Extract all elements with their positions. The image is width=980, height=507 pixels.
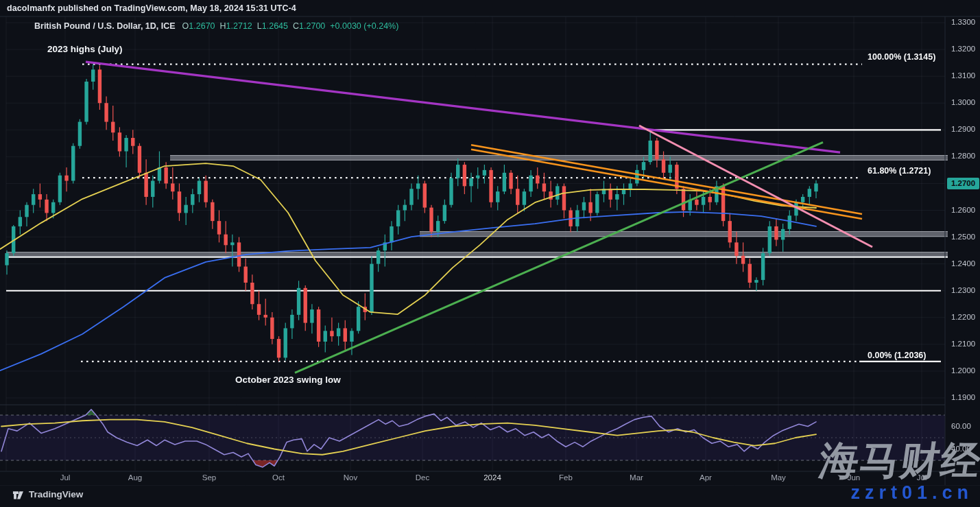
price-chart-canvas[interactable] <box>0 0 980 507</box>
time-tick: Dec <box>416 473 429 482</box>
price-axis[interactable] <box>945 16 980 471</box>
watermark-url: zzrt01.cn <box>850 482 973 504</box>
price-tick: 1.3300 <box>951 18 975 26</box>
time-tick: Nov <box>344 473 357 482</box>
price-tick: 1.2800 <box>951 152 975 160</box>
last-price-badge: 1.2700 <box>947 178 979 189</box>
rsi-tick: 60.00 <box>951 422 971 430</box>
price-tick: 1.2100 <box>951 340 975 348</box>
price-tick: 1.2000 <box>951 366 975 375</box>
fib-label-0[interactable]: 0.00% (1.2036) <box>868 351 926 360</box>
time-tick: Aug <box>128 473 142 482</box>
tradingview-logo[interactable]: TradingView <box>12 488 83 500</box>
ohlc-field: O1.2670 <box>182 21 215 31</box>
tradingview-published-chart: dacolmanfx published on TradingView.com,… <box>0 0 980 507</box>
time-tick: Feb <box>559 473 573 482</box>
time-tick: Apr <box>700 473 712 482</box>
price-tick: 1.2900 <box>951 125 975 133</box>
ohlc-values: O1.2670H1.2712L1.2645C1.2700 <box>182 21 331 31</box>
annotation-2023-highs[interactable]: 2023 highs (July) <box>47 44 123 54</box>
annotation-october-swing-low[interactable]: October 2023 swing low <box>235 375 341 385</box>
ohlc-field: H1.2712 <box>220 21 252 31</box>
published-byline: dacolmanfx published on TradingView.com,… <box>7 3 296 13</box>
price-tick: 1.3100 <box>951 71 975 80</box>
tradingview-logo-icon <box>12 488 24 500</box>
fib-label-618[interactable]: 61.80% (1.2721) <box>868 166 931 176</box>
time-tick: 2024 <box>483 473 501 482</box>
price-tick: 1.2400 <box>951 259 975 268</box>
price-tick: 1.2600 <box>951 206 975 214</box>
time-tick: Mar <box>630 473 643 482</box>
watermark-cjk: 海马财经 <box>816 435 980 488</box>
symbol-title[interactable]: British Pound / U.S. Dollar, 1D, ICE <box>34 21 176 31</box>
ohlc-field: C1.2700 <box>293 21 325 31</box>
fib-label-100[interactable]: 100.00% (1.3145) <box>868 52 935 62</box>
price-tick: 1.3000 <box>951 98 975 106</box>
symbol-legend[interactable]: British Pound / U.S. Dollar, 1D, ICEO1.2… <box>34 21 398 31</box>
ohlc-field: L1.2645 <box>257 21 288 31</box>
price-tick: 1.1900 <box>951 393 975 401</box>
price-tick: 1.2500 <box>951 233 975 241</box>
time-tick: Sep <box>202 473 216 482</box>
price-tick: 1.2200 <box>951 313 975 321</box>
tradingview-logo-text: TradingView <box>29 489 83 499</box>
time-tick: May <box>771 473 786 482</box>
time-tick: Oct <box>272 473 285 482</box>
time-tick: Jul <box>60 473 71 482</box>
price-tick: 1.2300 <box>951 286 975 294</box>
change-value: +0.0030 (+0.24%) <box>330 21 398 31</box>
price-tick: 1.3200 <box>951 45 975 53</box>
